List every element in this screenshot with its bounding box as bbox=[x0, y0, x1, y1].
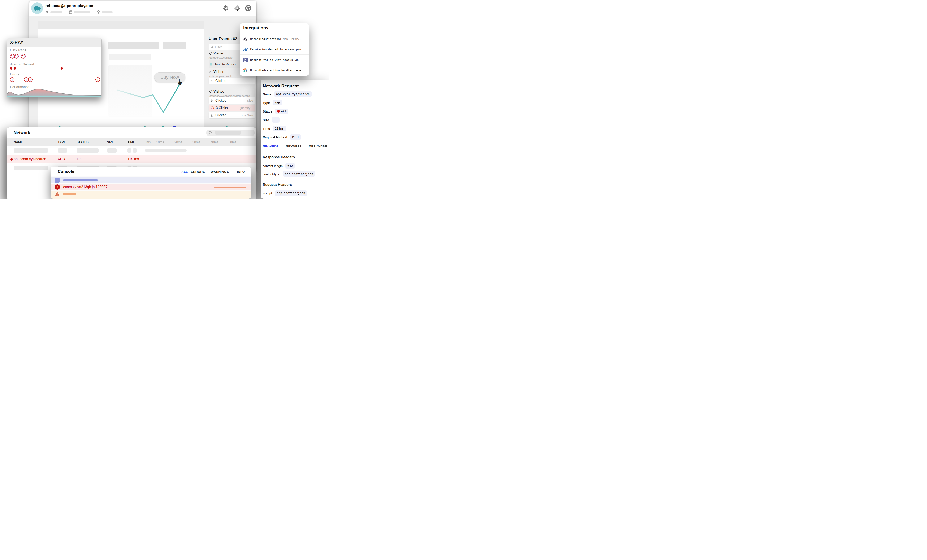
event-url: /category/wearable bbox=[209, 74, 233, 78]
visited-arrow-icon bbox=[209, 52, 212, 55]
session-header: rebecca@openreplay.com bbox=[29, 1, 256, 15]
session-user-email: rebecca@openreplay.com bbox=[45, 3, 94, 8]
integration-item-elastic[interactable]: Unhandledrejection handler rece.. bbox=[240, 65, 309, 76]
request-field-size: Size -- bbox=[263, 117, 280, 123]
timeline-connector bbox=[211, 60, 211, 63]
console-error-source: ecom.xyz/a213qh.js:123987 bbox=[63, 185, 108, 189]
event-target: Quantity + bbox=[239, 106, 253, 109]
event-clicked-size[interactable]: Clicked Size bbox=[209, 97, 255, 104]
console-panel: Console ALL ERRORS WARNINGS INFO i ! eco… bbox=[51, 167, 251, 199]
cell-time: 119 ms bbox=[128, 157, 139, 161]
warning-triangle-icon bbox=[55, 191, 60, 196]
integration-item-datadog[interactable]: Request failed with status 500 bbox=[240, 55, 309, 65]
cell-status: 422 bbox=[76, 157, 82, 161]
search-skeleton bbox=[214, 131, 241, 135]
console-tab-info[interactable]: INFO bbox=[237, 170, 245, 173]
console-title: Console bbox=[58, 169, 74, 174]
rhino-icon bbox=[33, 5, 41, 11]
session-meta-row bbox=[45, 10, 112, 14]
header-value: 642 bbox=[286, 163, 295, 168]
xray-errors-row[interactable]: Errors ! ! ! ! bbox=[7, 71, 102, 83]
request-field-type: Type XHR bbox=[263, 100, 282, 105]
divider bbox=[263, 180, 327, 180]
event-url: /category/wearable bbox=[209, 56, 233, 59]
slack-icon[interactable] bbox=[222, 5, 229, 12]
header-accept: accept application/json bbox=[263, 190, 307, 196]
user-events-title: User Events 62 bbox=[209, 36, 237, 41]
error-badge-icon: ! bbox=[28, 77, 32, 82]
xray-performance-row[interactable]: Performance bbox=[7, 83, 102, 97]
search-icon bbox=[211, 46, 213, 49]
clock-icon bbox=[45, 11, 49, 14]
xray-click-rage-row[interactable]: Click Rage ☹ ☹ ☹ bbox=[7, 47, 102, 61]
request-headers-title: Request Headers bbox=[263, 183, 292, 187]
skeleton-bar bbox=[109, 54, 151, 60]
xray-title: X-RAY bbox=[7, 38, 102, 47]
openreplay-screenshot: Buy Now User Events 62 Visited /category… bbox=[0, 0, 329, 199]
request-panel-title: Network Request bbox=[263, 83, 299, 88]
xray-network-row[interactable]: 4xx-5xx Network bbox=[7, 61, 102, 71]
event-visited[interactable]: Visited bbox=[209, 90, 224, 94]
integrations-title: Integrations bbox=[243, 25, 268, 30]
request-field-status: Status 422 bbox=[263, 109, 288, 114]
event-click-rage[interactable]: ☹ 3 Clicks Quantity + bbox=[209, 105, 255, 111]
log-skeleton bbox=[63, 179, 98, 181]
cell-name: api.ecom.xyz/search bbox=[14, 157, 46, 161]
visited-arrow-icon bbox=[209, 90, 212, 93]
active-tab-underline bbox=[263, 150, 280, 150]
elastic-icon bbox=[243, 68, 248, 73]
event-target: Size bbox=[247, 99, 253, 102]
location-pin-icon bbox=[97, 10, 100, 14]
event-visited[interactable]: Visited bbox=[209, 52, 224, 55]
network-request-panel: Network Request Name api.ecom.xyz/search… bbox=[261, 80, 329, 199]
request-tab-response[interactable]: RESPONSE bbox=[309, 144, 327, 147]
network-search-field[interactable] bbox=[206, 129, 255, 136]
network-error-dot bbox=[14, 67, 16, 70]
mock-page-header bbox=[38, 21, 204, 29]
jira-icon[interactable] bbox=[234, 5, 240, 12]
field-value: -- bbox=[272, 117, 280, 123]
console-tab-all[interactable]: ALL bbox=[181, 170, 188, 173]
integrations-popup: Integrations UnhandledRejection: Non–Err… bbox=[240, 23, 309, 76]
user-events-count: 62 bbox=[233, 36, 237, 41]
event-clicked-buy-now[interactable]: Clicked Buy Now bbox=[209, 112, 255, 118]
log-skeleton bbox=[214, 187, 246, 188]
error-icon: ! bbox=[55, 184, 60, 190]
skeleton-bar bbox=[163, 42, 186, 49]
response-headers-title: Response Headers bbox=[263, 155, 295, 159]
console-log-info[interactable]: i bbox=[51, 176, 251, 183]
console-log-warning[interactable] bbox=[51, 190, 251, 199]
log-skeleton bbox=[63, 193, 76, 195]
integration-item-rollbar[interactable]: Permission denied to access pro... bbox=[240, 44, 309, 55]
visited-arrow-icon bbox=[209, 70, 212, 74]
status-error-dot bbox=[277, 110, 280, 112]
console-log-error[interactable]: ! ecom.xyz/a213qh.js:123987 bbox=[51, 183, 251, 190]
console-tab-warnings[interactable]: WARNINGS bbox=[211, 170, 229, 173]
request-tab-headers[interactable]: HEADERS bbox=[263, 144, 279, 147]
field-value: 422 bbox=[275, 109, 288, 114]
github-icon[interactable] bbox=[245, 5, 252, 12]
meta-skeleton bbox=[74, 11, 90, 13]
error-badge-icon: ! bbox=[96, 77, 100, 82]
event-visited[interactable]: Visited bbox=[209, 70, 224, 74]
integration-item-sentry[interactable]: UnhandledRejection: Non–Error... bbox=[240, 33, 309, 44]
field-value: api.ecom.xyz/search bbox=[274, 91, 312, 97]
event-target: Buy Now bbox=[240, 113, 253, 117]
table-row-skeleton[interactable] bbox=[7, 146, 256, 155]
event-clicked[interactable]: Clicked bbox=[209, 77, 255, 84]
event-url: /category/wearable/watch-details bbox=[209, 94, 250, 97]
network-table-header: NAME TYPE STATUS SIZE TIME 0ms 10ms 20ms… bbox=[7, 138, 256, 146]
console-tab-errors[interactable]: ERRORS bbox=[191, 170, 205, 173]
pointer-hand-icon bbox=[211, 79, 214, 82]
pointer-hand-icon bbox=[211, 99, 214, 102]
request-field-time: Time 119ms bbox=[263, 126, 286, 131]
request-tab-request[interactable]: REQUEST bbox=[286, 144, 302, 147]
field-value: 119ms bbox=[273, 126, 286, 131]
network-panel-title: Network bbox=[14, 131, 30, 135]
error-dot-icon bbox=[11, 158, 13, 161]
browser-icon bbox=[69, 11, 72, 14]
table-row-error-request[interactable]: api.ecom.xyz/search XHR 422 -- 119 ms bbox=[7, 155, 256, 164]
rollbar-icon bbox=[243, 47, 248, 52]
header-content-type: content-type application/json bbox=[263, 171, 315, 177]
meta-skeleton bbox=[50, 11, 62, 13]
